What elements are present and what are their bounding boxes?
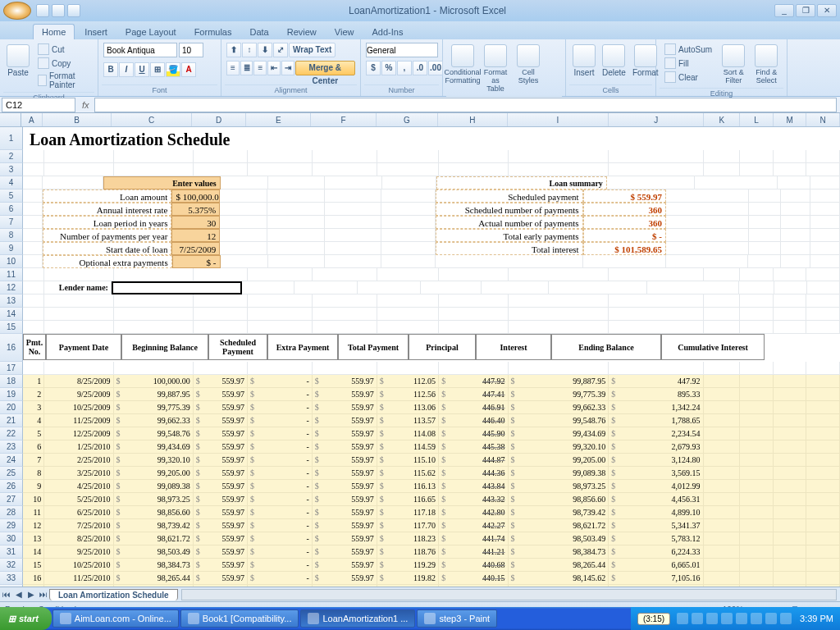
cell[interactable] [740, 480, 774, 493]
cell[interactable] [194, 163, 248, 176]
cell[interactable] [774, 294, 807, 308]
cell[interactable] [740, 163, 774, 176]
cell[interactable]: 559.97 [313, 585, 377, 587]
cell[interactable]: 16 [23, 572, 44, 585]
cell[interactable] [607, 176, 695, 189]
fill-button[interactable]: Fill [661, 57, 715, 70]
cell[interactable] [609, 362, 703, 375]
cell[interactable]: - [248, 559, 313, 572]
cell[interactable] [774, 281, 807, 294]
cell[interactable]: 98,145.62 [114, 585, 194, 587]
row-header[interactable]: 30 [0, 532, 23, 546]
cell[interactable]: - [248, 572, 313, 585]
cell[interactable]: 8/25/2010 [44, 532, 113, 546]
cell[interactable] [704, 559, 740, 572]
cell[interactable] [695, 176, 778, 189]
cell[interactable] [23, 255, 43, 268]
cell[interactable]: Lender name: [44, 281, 112, 294]
cell[interactable] [23, 203, 43, 216]
font-name-select[interactable] [103, 43, 177, 57]
column-header[interactable]: B [43, 113, 112, 126]
cell[interactable] [806, 467, 840, 480]
orientation-button[interactable]: ⤢ [273, 43, 288, 57]
cell[interactable]: 2/25/2010 [44, 454, 113, 467]
table-header[interactable]: Interest [476, 334, 551, 360]
cell[interactable] [114, 321, 194, 334]
cell[interactable]: 4,012.99 [609, 480, 703, 493]
autosum-button[interactable]: AutoSum [661, 43, 715, 56]
cell[interactable]: 112.05 [377, 375, 439, 388]
cell[interactable]: 99,548.76 [114, 427, 194, 441]
cell[interactable] [313, 163, 377, 176]
cell[interactable] [774, 321, 807, 334]
row-header[interactable]: 3 [0, 163, 23, 176]
cell[interactable]: $ - [172, 255, 221, 268]
tray-icon[interactable] [706, 613, 718, 624]
cell[interactable] [774, 308, 807, 321]
cell[interactable] [294, 281, 358, 294]
cell[interactable] [112, 281, 242, 294]
cell[interactable] [377, 308, 439, 321]
cell[interactable] [704, 585, 740, 587]
format-painter-button[interactable]: Format Painter [34, 71, 93, 90]
cell[interactable]: 441.74 [439, 532, 508, 546]
cell[interactable] [220, 216, 267, 229]
minimize-button[interactable]: _ [774, 4, 794, 17]
column-header[interactable]: M [774, 113, 807, 126]
cell[interactable]: 7,544.77 [609, 585, 703, 587]
align-left-button[interactable]: ≡ [226, 61, 240, 75]
cell[interactable]: 4,456.31 [609, 493, 703, 506]
increase-indent-button[interactable]: ⇥ [281, 61, 294, 75]
cell[interactable] [806, 294, 840, 308]
column-header[interactable]: D [192, 113, 246, 126]
cell[interactable] [267, 229, 324, 242]
column-header[interactable]: C [112, 113, 192, 126]
cell[interactable] [740, 427, 774, 441]
percent-button[interactable]: % [381, 61, 396, 75]
cell[interactable] [704, 467, 740, 480]
cell[interactable]: 99,205.00 [509, 454, 609, 467]
row-header[interactable]: 28 [0, 506, 23, 519]
worksheet-grid[interactable]: 1Loan Amortization Schedule234Enter valu… [0, 127, 840, 587]
cell[interactable] [806, 268, 840, 281]
cell[interactable] [23, 163, 44, 176]
row-header[interactable]: 14 [0, 308, 23, 321]
cell[interactable] [23, 150, 44, 163]
cell[interactable] [704, 150, 740, 163]
cell[interactable] [23, 216, 43, 229]
currency-button[interactable]: $ [366, 61, 381, 75]
cell[interactable] [740, 506, 774, 519]
cell[interactable] [740, 375, 774, 388]
cell[interactable] [382, 176, 436, 189]
cell[interactable] [439, 321, 508, 334]
sort-filter-button[interactable]: Sort & Filter [719, 43, 748, 86]
cell[interactable]: 14 [23, 546, 44, 559]
cell[interactable]: 441.21 [439, 546, 508, 559]
cell[interactable]: 12/25/2010 [44, 585, 113, 587]
cell[interactable] [44, 294, 113, 308]
cell[interactable]: 17 [23, 585, 44, 587]
cell[interactable] [740, 493, 774, 506]
cell[interactable]: Loan summary [436, 176, 607, 189]
cell[interactable]: 3/25/2010 [44, 467, 113, 480]
cell[interactable] [810, 216, 840, 229]
cell[interactable] [325, 189, 381, 203]
cell[interactable] [23, 294, 44, 308]
horizontal-scrollbar[interactable] [181, 589, 837, 600]
cell[interactable] [806, 493, 840, 506]
cell[interactable] [704, 163, 740, 176]
cell[interactable] [807, 281, 840, 294]
cell[interactable] [806, 454, 840, 467]
cell[interactable]: 115.10 [377, 454, 439, 467]
table-header[interactable]: Total Payment [338, 334, 409, 360]
cell[interactable] [806, 414, 840, 427]
cell[interactable]: 99,662.33 [114, 414, 194, 427]
cell[interactable] [268, 255, 325, 268]
cell[interactable]: 445.90 [439, 427, 508, 441]
cell[interactable]: 10/25/2009 [44, 401, 113, 414]
cell[interactable] [23, 308, 44, 321]
cell[interactable] [774, 427, 807, 441]
cell[interactable]: 559.97 [194, 375, 248, 388]
cell[interactable] [509, 362, 609, 375]
cell[interactable]: - [248, 467, 313, 480]
